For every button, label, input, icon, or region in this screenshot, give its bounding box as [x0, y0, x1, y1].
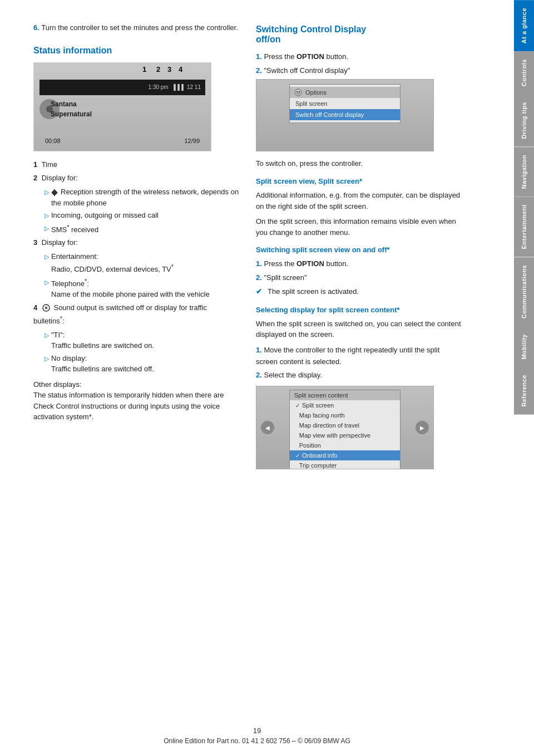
options-item-split: Split screen	[290, 98, 400, 109]
split-screen-text2: On the split screen, this information re…	[256, 216, 462, 238]
check-0: ✓	[295, 402, 300, 409]
main-content: 6. Turn the controller to set the minute…	[0, 0, 514, 756]
left-column: 6. Turn the controller to set the minute…	[33, 22, 239, 723]
arrow-icon-4: ▷	[44, 252, 49, 274]
step-6-text: Turn the controller to set the minutes a…	[41, 23, 238, 32]
sidebar-tab-entertainment[interactable]: Entertainment	[514, 197, 534, 257]
item-2-num: 2	[33, 174, 37, 182]
item-3-num: 3	[33, 238, 37, 247]
split-activated-note: ✔ The split screen is activated.	[256, 286, 462, 298]
sub-3-2: ▷ Telephone*:Name of the mobile phone pa…	[44, 277, 239, 300]
page-footer: 19 Online Edition for Part no. 01 41 2 6…	[0, 726, 514, 745]
split-step-1: 1. Press the OPTION button.	[256, 258, 462, 270]
selecting-steps: 1. Move the controller to the right repe…	[256, 345, 462, 381]
split-step-1-num: 1.	[256, 259, 262, 268]
check-icon: ✔	[256, 286, 262, 298]
sub-2-1: ▷ Reception strength of the wireless net…	[44, 186, 239, 208]
selecting-step-2: 2. Select the display.	[256, 370, 462, 381]
check-2	[295, 423, 297, 429]
nav-right: ▶	[416, 421, 429, 434]
switching-section: Switching Control Display off/on 1. Pres…	[256, 24, 462, 469]
options-item-switch: Switch off Control display	[290, 109, 400, 120]
page-container: 6. Turn the controller to set the minute…	[0, 0, 534, 756]
options-title-text: Options	[305, 89, 327, 96]
music-artist: Santana	[51, 99, 92, 109]
music-album: Supernatural	[51, 109, 92, 119]
svg-rect-0	[52, 192, 53, 194]
option-bold-1: OPTION	[296, 52, 324, 61]
status-signal: ▐▐▐	[172, 84, 184, 90]
page-number: 19	[0, 726, 514, 735]
right-column: Switching Control Display off/on 1. Pres…	[256, 22, 462, 723]
label-3: 3	[167, 65, 171, 73]
status-image: 1 2 3 4 1:30 pm ▐▐▐ 12 11	[33, 62, 211, 151]
sidebar-tab-controls[interactable]: Controls	[514, 51, 534, 94]
split-popup-title: Split screen content	[290, 390, 400, 400]
svg-point-10	[299, 91, 300, 92]
other-displays-text: The status information is temporarily hi…	[33, 391, 224, 421]
status-section: Status information 1 2 3 4 1:30 pm ▐▐▐ 1…	[33, 46, 239, 423]
selecting-step-1: 1. Move the controller to the right repe…	[256, 345, 462, 368]
item-4-sublist: ▷ "TI":Traffic bulletins are switched on…	[44, 330, 239, 375]
arrow-icon-7: ▷	[44, 354, 49, 375]
split-screen-title: Split screen view, Split screen*	[256, 177, 462, 185]
check-3	[295, 433, 297, 439]
sidebar-tab-driving-tips[interactable]: Driving tips	[514, 94, 534, 147]
selecting-text: When the split screen is switched on, yo…	[256, 318, 462, 340]
sidebar-tab-navigation[interactable]: Navigation	[514, 147, 534, 197]
right-step-2-num: 2.	[256, 66, 262, 75]
split-popup: Split screen content ✓ Split screen Map …	[289, 390, 400, 469]
item-2-label: Display for:	[42, 174, 78, 182]
split-content-item-0: ✓ Split screen	[290, 400, 400, 410]
sidebar-tab-at-a-glance[interactable]: At a glance	[514, 0, 534, 51]
status-items-list: 1 Time 2 Display for: ▷ Reception streng…	[33, 159, 239, 423]
item-1-label: Time	[42, 160, 57, 169]
item-4-num: 4	[33, 303, 37, 312]
split-screen-text: Additional information, e.g. from the co…	[256, 190, 462, 212]
sidebar-tab-mobility[interactable]: Mobility	[514, 326, 534, 367]
music-info: Santana Supernatural	[51, 99, 92, 119]
item-2-sublist: ▷ Reception strength of the wireless net…	[44, 186, 239, 235]
footer-text: Online Edition for Part no. 01 41 2 602 …	[0, 737, 514, 745]
other-displays-label: Other displays:	[33, 380, 82, 389]
step-6-number: 6.	[33, 23, 39, 32]
sub-3-1: ▷ Entertainment:Radio, CD/DVD, external …	[44, 251, 239, 274]
split-step-2: 2. "Split screen"	[256, 272, 462, 284]
svg-rect-4	[56, 192, 57, 194]
check-6	[295, 463, 297, 469]
split-activated-text: The split screen is activated.	[268, 286, 359, 298]
status-bar: 1:30 pm ▐▐▐ 12 11	[39, 80, 205, 95]
split-content-item-1: Map facing north	[290, 410, 400, 420]
nav-left: ◀	[261, 421, 274, 434]
sub-2-2: ▷ Incoming, outgoing or missed call	[44, 210, 239, 221]
split-content-item-3: Map view with perspective	[290, 430, 400, 440]
music-time: 00:08	[45, 138, 61, 144]
arrow-icon-3: ▷	[44, 224, 49, 235]
switch-on-text: To switch on, press the controller.	[256, 158, 462, 170]
svg-point-8	[295, 89, 301, 96]
sidebar: At a glance Controls Driving tips Naviga…	[514, 0, 534, 756]
arrow-icon-6: ▷	[44, 331, 49, 351]
list-item-3: 3 Display for:	[33, 237, 239, 249]
options-popup: Options Split screen Switch off Control …	[289, 84, 400, 123]
sidebar-tab-reference[interactable]: Reference	[514, 367, 534, 415]
options-image: Options Split screen Switch off Control …	[256, 79, 434, 151]
split-content-item-5: ✓ Onboard info	[290, 450, 400, 460]
svg-rect-2	[54, 189, 55, 196]
sidebar-tab-communications[interactable]: Communications	[514, 257, 534, 326]
item-1-num: 1	[33, 160, 37, 169]
list-item-4: 4 Sound output is switched off or displa…	[33, 302, 239, 327]
switching-title-line1: Switching Control Display	[256, 24, 366, 34]
switching-title-line2: off/on	[256, 35, 280, 44]
list-item-1: 1 Time	[33, 159, 239, 171]
option-bold-2: OPTION	[296, 259, 324, 268]
svg-rect-3	[55, 190, 56, 195]
other-displays: Other displays: The status information i…	[33, 379, 239, 423]
check-4	[295, 443, 297, 449]
item-3-sublist: ▷ Entertainment:Radio, CD/DVD, external …	[44, 251, 239, 300]
sub-4-1: ▷ "TI":Traffic bulletins are switched on…	[44, 330, 239, 351]
status-time: 1:30 pm	[149, 84, 169, 90]
label-1: 1	[142, 65, 146, 73]
right-step-1-num: 1.	[256, 52, 262, 61]
arrow-icon-1: ▷	[44, 188, 49, 208]
